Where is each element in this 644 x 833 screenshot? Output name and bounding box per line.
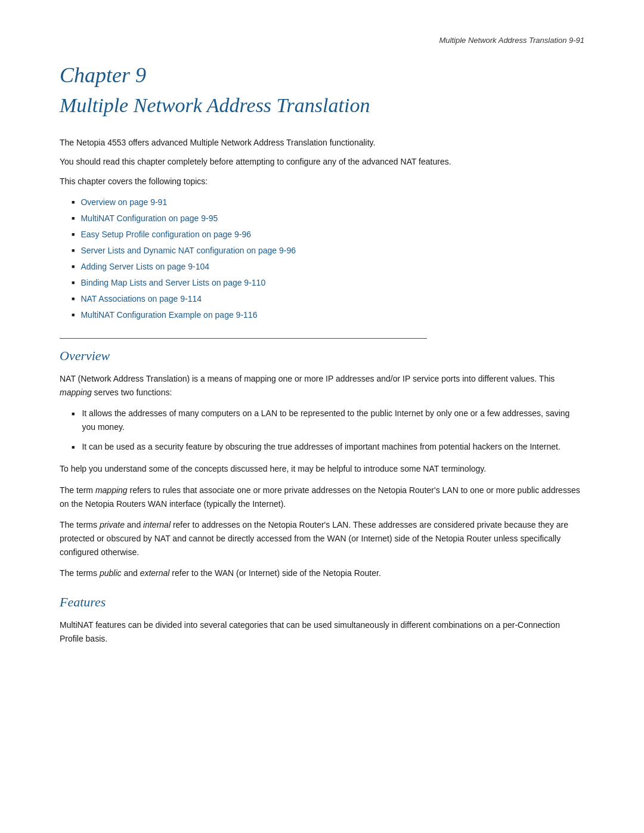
- toc-item[interactable]: Overview on page 9-91: [72, 196, 584, 209]
- toc-link[interactable]: MultiNAT Configuration Example on page 9…: [80, 309, 257, 321]
- overview-para4: The terms private and internal refer to …: [60, 518, 584, 559]
- toc-link[interactable]: Server Lists and Dynamic NAT configurati…: [80, 244, 296, 257]
- toc-item[interactable]: Easy Setup Profile configuration on page…: [72, 228, 584, 241]
- toc-item[interactable]: Adding Server Lists on page 9-104: [72, 261, 584, 273]
- overview-para5: The terms public and external refer to t…: [60, 566, 584, 580]
- toc-item[interactable]: Binding Map Lists and Server Lists on pa…: [72, 277, 584, 289]
- bullet-item: It can be used as a security feature by …: [72, 440, 584, 454]
- features-para1: MultiNAT features can be divided into se…: [60, 618, 584, 646]
- overview-para3: The term mapping refers to rules that as…: [60, 484, 584, 511]
- overview-bullets: It allows the addresses of many computer…: [72, 407, 584, 454]
- toc-link[interactable]: MultiNAT Configuration on page 9-95: [80, 212, 218, 225]
- toc-item[interactable]: NAT Associations on page 9-114: [72, 293, 584, 305]
- toc-link[interactable]: NAT Associations on page 9-114: [80, 293, 202, 305]
- toc-item[interactable]: MultiNAT Configuration on page 9-95: [72, 212, 584, 225]
- bullet-text: It can be used as a security feature by …: [82, 440, 560, 454]
- bullet-item: It allows the addresses of many computer…: [72, 407, 584, 434]
- intro-line1: The Netopia 4553 offers advanced Multipl…: [60, 136, 584, 149]
- header-text: Multiple Network Address Translation 9-9…: [439, 36, 585, 45]
- toc-link[interactable]: Binding Map Lists and Server Lists on pa…: [80, 277, 265, 289]
- intro-line2: You should read this chapter completely …: [60, 155, 584, 168]
- toc-link[interactable]: Adding Server Lists on page 9-104: [80, 261, 209, 273]
- page: Multiple Network Address Translation 9-9…: [0, 0, 644, 833]
- toc-list: Overview on page 9-91 MultiNAT Configura…: [72, 196, 584, 321]
- page-header: Multiple Network Address Translation 9-9…: [60, 36, 584, 45]
- intro-line3: This chapter covers the following topics…: [60, 175, 584, 188]
- toc-item[interactable]: Server Lists and Dynamic NAT configurati…: [72, 244, 584, 257]
- chapter-subtitle: Multiple Network Address Translation: [60, 94, 584, 118]
- features-heading: Features: [60, 594, 584, 610]
- bullet-text: It allows the addresses of many computer…: [82, 407, 584, 434]
- toc-item[interactable]: MultiNAT Configuration Example on page 9…: [72, 309, 584, 321]
- toc-link[interactable]: Overview on page 9-91: [80, 196, 167, 209]
- overview-para1: NAT (Network Address Translation) is a m…: [60, 372, 584, 400]
- overview-para2: To help you understand some of the conce…: [60, 462, 584, 476]
- chapter-title: Chapter 9: [60, 63, 584, 88]
- overview-heading: Overview: [60, 348, 584, 364]
- toc-link[interactable]: Easy Setup Profile configuration on page…: [80, 228, 251, 241]
- section-divider: [60, 338, 427, 339]
- features-section: Features MultiNAT features can be divide…: [60, 594, 584, 646]
